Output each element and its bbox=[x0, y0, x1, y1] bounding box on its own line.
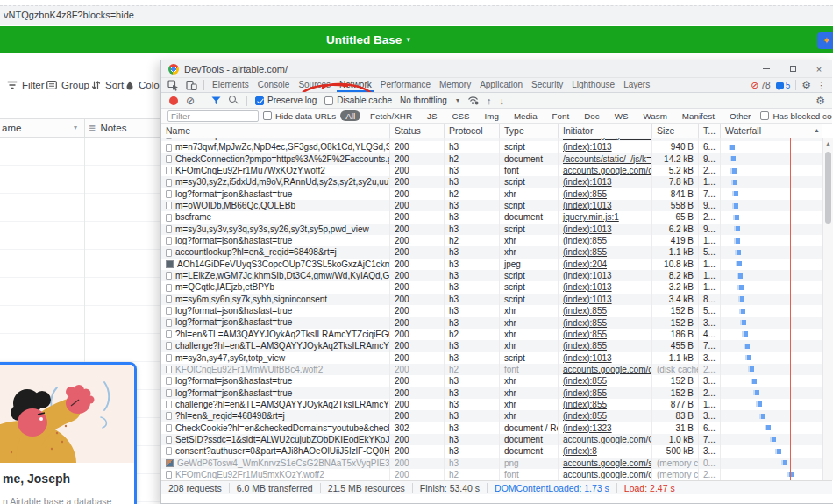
network-conditions-icon[interactable] bbox=[467, 96, 479, 105]
network-request-row[interactable]: ?hl=en&TL=AM3QAYYJOykAq2TksILRAmcYTZciqi… bbox=[161, 329, 822, 340]
initiator-link[interactable]: (index):1013 bbox=[563, 353, 612, 363]
initiator-link[interactable]: (index):1013 bbox=[563, 282, 612, 292]
initiator-link[interactable]: (index):204 bbox=[563, 259, 607, 269]
tab-network[interactable]: Network bbox=[337, 78, 374, 92]
filter-chip-wasm[interactable]: Wasm bbox=[637, 110, 672, 121]
initiator-link[interactable]: accounts.google.com/o/oa... bbox=[563, 166, 651, 175]
column-header-name[interactable]: Name bbox=[161, 124, 389, 138]
url-input[interactable]: vNTQgzbnK4z8F?blocks=hide bbox=[0, 5, 833, 25]
initiator-link[interactable]: (index):855 bbox=[563, 411, 607, 421]
network-request-row[interactable]: KFOlCnqEu92Fr1MmWUlfBBc4.woff2200h2fonta… bbox=[161, 364, 822, 375]
initiator-link[interactable]: (index):1013 bbox=[563, 224, 612, 234]
toolbar-group[interactable]: Group bbox=[46, 76, 89, 94]
network-request-row[interactable]: bscframe200h3documentjquery.min.js:165 B… bbox=[161, 211, 822, 223]
export-har-icon[interactable]: ↓ bbox=[499, 96, 504, 106]
initiator-link[interactable]: accounts.google.com/Chec... bbox=[563, 435, 651, 444]
toolbar-color[interactable]: Color bbox=[125, 76, 162, 94]
filter-chip-all[interactable]: All bbox=[340, 110, 360, 121]
network-request-row[interactable]: m=LEikZe,wGM7Jc,khmSIb,Dt3C4,gmw/Wd,KyIA… bbox=[161, 270, 822, 281]
network-request-row[interactable]: CheckConnection?pmpo=https%3A%2F%2Faccou… bbox=[161, 153, 822, 165]
disable-cache-checkbox[interactable]: Disable cache bbox=[324, 96, 392, 105]
tab-elements[interactable]: Elements bbox=[210, 78, 252, 92]
initiator-link[interactable]: (index):855 bbox=[563, 341, 607, 351]
network-request-row[interactable]: m=sy3u,sy3v,sy3q,sy3s,sy26,sy3t,sy5p,pwd… bbox=[161, 224, 822, 235]
column-header-type[interactable]: Type bbox=[499, 124, 558, 138]
initiator-link[interactable]: (index):1323 bbox=[563, 423, 612, 433]
tab-memory[interactable]: Memory bbox=[437, 78, 473, 92]
filter-chip-font[interactable]: Font bbox=[547, 110, 575, 121]
network-request-row[interactable]: m=n73qwf,MpJwZc,NpD4ec,SF3gsd,O8k1Cd,YLQ… bbox=[161, 141, 822, 153]
network-request-row[interactable]: log?format=json&hasfast=true200h2xhr(ind… bbox=[161, 235, 822, 246]
initiator-link[interactable]: (index):1013 bbox=[563, 295, 612, 304]
network-request-row[interactable]: KFOmCnqEu92Fr1Mu7WxKOzY.woff2200h3fontac… bbox=[161, 165, 822, 176]
filter-chip-doc[interactable]: Doc bbox=[579, 110, 604, 121]
network-request-row[interactable]: log?format=json&hasfast=true200h3xhr(ind… bbox=[161, 317, 822, 329]
tab-layers[interactable]: Layers bbox=[621, 78, 652, 92]
filter-chip-js[interactable]: JS bbox=[422, 110, 442, 121]
initiator-link[interactable]: (index):1013 bbox=[563, 177, 612, 187]
filter-chip-css[interactable]: CSS bbox=[446, 110, 474, 121]
scrollbar-up-arrow[interactable]: ▲ bbox=[823, 138, 833, 149]
network-request-row[interactable]: log?format=json&hasfast=true200h3xhr(ind… bbox=[161, 305, 822, 316]
inspect-element-icon[interactable] bbox=[167, 80, 180, 91]
initiator-link[interactable]: (index):855 bbox=[563, 318, 607, 328]
column-header-waterfall[interactable]: Waterfall▲ bbox=[720, 124, 822, 138]
base-title-group[interactable]: Untitled Base ▾ bbox=[0, 26, 737, 53]
network-request-row[interactable]: KFOmCnqEu92Fr1Mu5mxKOzY.woff2200h2fontac… bbox=[161, 469, 822, 480]
maximize-button[interactable] bbox=[780, 60, 806, 78]
filter-chip-ws[interactable]: WS bbox=[609, 110, 634, 121]
filter-funnel-icon[interactable] bbox=[211, 96, 221, 105]
initiator-link[interactable]: accounts.google.com/o/oa... bbox=[563, 138, 651, 140]
scrollbar-thumb[interactable] bbox=[825, 152, 831, 224]
chevron-down-icon[interactable]: ▾ bbox=[74, 119, 77, 137]
settings-gear-icon[interactable]: ⚙ bbox=[801, 79, 811, 91]
tab-application[interactable]: Application bbox=[477, 78, 525, 92]
scrollbar[interactable]: ▲ bbox=[822, 138, 833, 480]
clear-icon[interactable]: ⊘ bbox=[186, 96, 195, 106]
filter-chip-manifest[interactable]: Manifest bbox=[677, 110, 720, 121]
initiator-link[interactable]: (index):855 bbox=[563, 247, 607, 257]
column-header-t[interactable]: T... bbox=[698, 124, 720, 138]
column-header-status[interactable]: Status bbox=[389, 124, 444, 138]
filter-chip-img[interactable]: Img bbox=[480, 110, 504, 121]
network-request-row[interactable]: challenge?hl=en&TL=AM3QAYYJOykAq2TksILRA… bbox=[161, 399, 822, 410]
devtools-titlebar[interactable]: DevTools - airtable.com/ × bbox=[161, 60, 832, 78]
initiator-link[interactable]: (index):855 bbox=[563, 330, 607, 339]
search-icon[interactable] bbox=[229, 96, 239, 105]
initiator-link[interactable]: accounts.google.com/o/oa... bbox=[563, 470, 651, 479]
import-har-icon[interactable]: ↑ bbox=[487, 96, 492, 106]
toolbar-sort[interactable]: Sort bbox=[91, 76, 124, 94]
network-request-row[interactable]: CheckCookie?hl=en&checkedDomains=youtube… bbox=[161, 422, 822, 434]
initiator-link[interactable]: accounts.google.com/signi... bbox=[563, 458, 651, 468]
record-button[interactable] bbox=[169, 96, 178, 105]
column-header-initiator[interactable]: Initiator bbox=[558, 124, 651, 138]
network-request-row[interactable]: ?hl=en&_reqid=468498&rt=j200h3xhr(index)… bbox=[161, 410, 822, 422]
hide-data-urls-checkbox[interactable]: Hide data URLs bbox=[263, 111, 336, 121]
network-request-row[interactable]: log?format=json&hasfast=true200h2xhr(ind… bbox=[161, 188, 822, 200]
network-settings-gear-icon[interactable]: ⚙ bbox=[815, 95, 832, 107]
network-request-row[interactable]: GeWdP6Tosw4_WmKnrvzS1eCsG2BNAaT5xVyqPIE3… bbox=[161, 458, 822, 469]
tab-sources[interactable]: Sources bbox=[295, 78, 333, 92]
tab-console[interactable]: Console bbox=[255, 78, 293, 92]
filter-input[interactable] bbox=[167, 110, 259, 122]
initiator-link[interactable]: (index):1013 bbox=[563, 271, 612, 280]
kebab-menu-icon[interactable]: ⋮ bbox=[816, 80, 826, 91]
network-request-row[interactable]: SetSID?ssdc=1&sidt=ALWU2cujubZObDKIEodEk… bbox=[161, 434, 822, 445]
initiator-link[interactable]: (index):855 bbox=[563, 400, 607, 409]
initiator-link[interactable]: (index):8 bbox=[563, 446, 597, 456]
network-request-row[interactable]: m=sy30,sy2z,i5dxUd,m9oV,RAnnUd,sy2s,sy2t… bbox=[161, 176, 822, 188]
initiator-link[interactable]: (index):1013 bbox=[563, 201, 612, 210]
initiator-link[interactable]: /accounts/static/_/js/k=gai... bbox=[563, 154, 651, 164]
errors-badge[interactable]: ⊘ 78 bbox=[751, 81, 770, 90]
tab-security[interactable]: Security bbox=[529, 78, 566, 92]
initiator-link[interactable]: (index):855 bbox=[563, 306, 607, 316]
device-toolbar-icon[interactable] bbox=[185, 80, 198, 91]
tab-performance[interactable]: Performance bbox=[378, 78, 433, 92]
initiator-link[interactable]: (index):1013 bbox=[563, 142, 612, 152]
network-request-row[interactable]: accountlookup?hl=en&_reqid=68498&rt=j200… bbox=[161, 246, 822, 258]
grid-column-name[interactable]: ame bbox=[2, 119, 21, 137]
initiator-link[interactable]: (index):855 bbox=[563, 376, 607, 386]
throttling-dropdown[interactable]: No throttling ▾ bbox=[400, 96, 459, 105]
preserve-log-checkbox[interactable]: Preserve log bbox=[255, 96, 317, 105]
network-request-row[interactable]: consent?authuser=0&part=AJi8hAOeOlUiiJ5I… bbox=[161, 445, 822, 457]
